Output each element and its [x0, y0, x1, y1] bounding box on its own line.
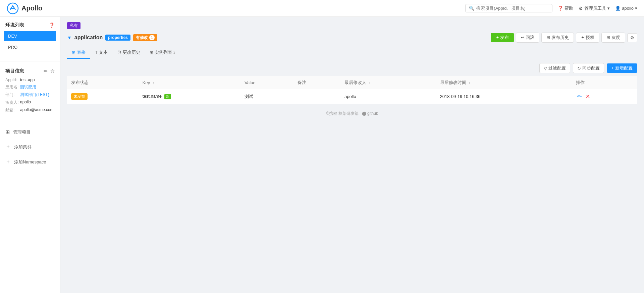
- env-section-header: 环境列表 ❓: [4, 22, 56, 28]
- filter-button[interactable]: ▽ 过滤配置: [539, 63, 570, 73]
- admin-chevron-icon: ▾: [607, 6, 610, 11]
- footer-github-label: github: [367, 111, 378, 116]
- add-config-button[interactable]: + 新增配置: [607, 63, 637, 73]
- status-badge-unpublished: 未发布: [71, 93, 88, 100]
- project-info-actions: ✏ ☆: [44, 68, 55, 74]
- tab-table-label: 表格: [77, 49, 86, 55]
- add-label: + 新增配置: [611, 65, 633, 71]
- tab-table[interactable]: ⊞ 表格: [67, 47, 90, 59]
- env-section-title: 环境列表: [5, 22, 24, 28]
- appname-label: 应用名:: [5, 84, 19, 90]
- badge-private: 私有: [67, 22, 80, 29]
- email-label: 邮箱:: [5, 107, 19, 113]
- col-modified-time-label: 最后修改时间: [440, 80, 466, 85]
- add-cluster-action[interactable]: ＋ 添加集群: [0, 139, 60, 154]
- col-key: Key ↕: [139, 76, 240, 89]
- tab-history[interactable]: ⏱ 更改历史: [112, 47, 145, 59]
- project-dept-row: 部门: 测试部门(TEST): [5, 92, 55, 98]
- dept-value: 测试部门(TEST): [20, 92, 49, 98]
- publish-history-button[interactable]: ⊞ 发布历史: [541, 33, 574, 43]
- col-modifier: 最后修改人 ↕: [340, 76, 436, 89]
- publish-button[interactable]: ✈ 发布: [491, 33, 514, 42]
- sync-label: 同步配置: [582, 65, 600, 71]
- navbar-right: 🔍 ❓ 帮助 ⚙ 管理员工具 ▾ 👤 apollo ▾: [465, 4, 637, 12]
- appname-value: 测试应用: [20, 84, 36, 90]
- project-info: 项目信息 ✏ ☆ AppId: test-app 应用名: 测试应用 部门: 测…: [0, 64, 60, 119]
- delete-row-button[interactable]: ✕: [584, 93, 591, 100]
- namespace-tabs: ⊞ 表格 T 文本 ⏱ 更改历史 ⊞ 实例列表 ℹ: [67, 47, 637, 59]
- grey-button[interactable]: ⊞ 灰度: [601, 33, 625, 43]
- table-body: 未发布 test.name 新 测试 apollo 2018-09-19 10:…: [67, 89, 637, 104]
- brand-name: Apollo: [21, 4, 42, 12]
- tag-properties: properties: [105, 35, 130, 41]
- namespace-actions: ✈ 发布 ↩ 回滚 ⊞ 发布历史 ✦ 授权 ⊞ 灰度 ⚙: [491, 33, 637, 43]
- tag-modified-label: 有修改: [136, 35, 148, 41]
- add-namespace-action[interactable]: ＋ 添加Namespace: [0, 154, 60, 169]
- env-item-pro[interactable]: PRO: [4, 42, 56, 52]
- config-table: 发布状态 Key ↕ Value 备注 最后修改人 ↕: [67, 76, 637, 104]
- plus-icon-namespace: ＋: [5, 158, 11, 165]
- col-value-label: Value: [245, 80, 255, 85]
- user-menu[interactable]: 👤 apollo ▾: [615, 6, 637, 11]
- row-modified-time: 2018-09-19 10:16:36: [436, 89, 572, 104]
- tab-instances-label: 实例列表: [155, 49, 172, 55]
- edit-icon[interactable]: ✏: [44, 68, 48, 74]
- col-value: Value: [240, 76, 293, 89]
- footer-github-link[interactable]: ⬤ github: [362, 111, 378, 116]
- modified-time-sort-icon: ↕: [469, 81, 470, 85]
- project-info-header: 项目信息 ✏ ☆: [5, 68, 55, 74]
- table-header: 发布状态 Key ↕ Value 备注 最后修改人 ↕: [67, 76, 637, 89]
- apollo-logo: [7, 2, 19, 14]
- help-link[interactable]: ❓ 帮助: [558, 5, 573, 11]
- env-pro-label: PRO: [8, 45, 17, 50]
- sync-button[interactable]: ↻ 同步配置: [573, 63, 604, 73]
- col-modifier-label: 最后修改人: [344, 80, 366, 85]
- row-remark: [293, 89, 340, 104]
- rollback-button[interactable]: ↩ 回滚: [516, 33, 540, 43]
- row-status: 未发布: [67, 89, 139, 104]
- collapse-icon[interactable]: ▼: [67, 35, 72, 40]
- env-section: 环境列表 ❓ DEV PRO: [0, 22, 60, 58]
- appid-value: test-app: [20, 78, 35, 82]
- appid-label: AppId:: [5, 78, 19, 82]
- gear-icon: ⚙: [579, 6, 583, 11]
- table-toolbar: ▽ 过滤配置 ↻ 同步配置 + 新增配置: [67, 63, 637, 73]
- help-circle-icon[interactable]: ❓: [49, 22, 55, 28]
- manage-project-action[interactable]: ⊞ 管理项目: [0, 125, 60, 139]
- col-remark: 备注: [293, 76, 340, 89]
- instance-icon: ⊞: [150, 50, 153, 55]
- env-item-dev[interactable]: DEV: [4, 31, 56, 41]
- tag-modified: 有修改 1: [133, 34, 157, 41]
- col-status: 发布状态: [67, 76, 139, 89]
- info-icon: ℹ: [173, 50, 175, 55]
- settings-button[interactable]: ⚙: [627, 33, 637, 42]
- history-icon: ⏱: [117, 50, 121, 55]
- row-modifier: apollo: [340, 89, 436, 104]
- user-chevron-icon: ▾: [635, 6, 637, 11]
- email-value: apollo@acme.com: [20, 107, 54, 113]
- value-text: 测试: [245, 94, 253, 99]
- col-modified-time: 最后修改时间 ↕: [436, 76, 572, 89]
- edit-row-button[interactable]: ✏: [576, 93, 583, 100]
- admin-link[interactable]: ⚙ 管理员工具 ▾: [579, 5, 610, 11]
- sync-icon: ↻: [577, 66, 581, 71]
- add-cluster-label: 添加集群: [14, 144, 32, 150]
- search-input[interactable]: [476, 6, 549, 11]
- star-icon[interactable]: ☆: [50, 68, 55, 74]
- help-icon: ❓: [558, 6, 563, 11]
- col-remark-label: 备注: [298, 80, 306, 85]
- user-icon: 👤: [615, 6, 621, 11]
- namespace-name: application: [74, 35, 103, 41]
- project-info-title: 项目信息: [5, 68, 24, 74]
- search-box[interactable]: 🔍: [465, 4, 552, 12]
- project-appid-row: AppId: test-app: [5, 78, 55, 82]
- main-content: 私有 ▼ application properties 有修改 1 ✈ 发布 ↩…: [60, 17, 644, 293]
- owner-label: 负责人:: [5, 100, 19, 105]
- footer-copyright: ©携程 框架研发部: [326, 111, 358, 116]
- grid-icon: ⊞: [5, 129, 10, 135]
- tab-text[interactable]: T 文本: [90, 47, 112, 59]
- layout: 环境列表 ❓ DEV PRO 项目信息 ✏ ☆ AppId: test-app: [0, 17, 644, 293]
- add-namespace-label: 添加Namespace: [14, 159, 46, 165]
- authorize-button[interactable]: ✦ 授权: [576, 33, 600, 43]
- tab-instances[interactable]: ⊞ 实例列表 ℹ: [145, 47, 180, 59]
